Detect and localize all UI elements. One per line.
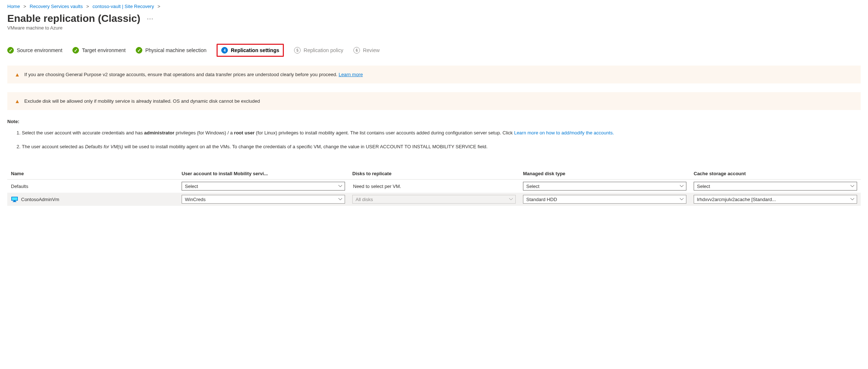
chevron-down-icon xyxy=(850,184,855,188)
step-replication-policy[interactable]: 5 Replication policy xyxy=(294,47,343,54)
alert-text: Exclude disk will be allowed only if mob… xyxy=(24,98,260,104)
chevron-down-icon xyxy=(679,197,684,201)
step-label: Review xyxy=(363,47,380,53)
step-replication-settings[interactable]: 4 Replication settings xyxy=(221,47,279,54)
step-source-environment[interactable]: ✓ Source environment xyxy=(7,47,62,54)
note-text: (for Linux) privileges to install mobili… xyxy=(254,130,514,136)
chevron-down-icon xyxy=(338,197,342,201)
note-text: The user account selected as xyxy=(22,144,85,149)
page-title: Enable replication (Classic) xyxy=(7,13,140,24)
note-item-1: Select the user account with accurate cr… xyxy=(22,129,861,137)
col-user-account[interactable]: User account to install Mobility servi..… xyxy=(178,168,349,180)
page-subtitle: VMware machine to Azure xyxy=(7,25,861,31)
chevron-down-icon xyxy=(850,197,855,201)
table-row-vm: ContosoAdminVm WinCreds All disks Standa… xyxy=(7,193,861,206)
disks-static-text: Need to select per VM. xyxy=(352,182,516,191)
dropdown-value: All disks xyxy=(356,197,373,202)
alert-storage-pricing: ▲ If you are choosing General Purpose v2… xyxy=(7,66,861,83)
cache-storage-select[interactable]: Select xyxy=(694,182,857,191)
check-icon: ✓ xyxy=(136,47,142,54)
note-bold: administrator xyxy=(144,130,174,136)
learn-more-link[interactable]: Learn more xyxy=(338,72,362,77)
breadcrumb-link[interactable]: Recovery Services vaults xyxy=(30,4,83,9)
step-physical-machine-selection[interactable]: ✓ Physical machine selection xyxy=(136,47,206,54)
step-target-environment[interactable]: ✓ Target environment xyxy=(72,47,126,54)
dropdown-value: WinCreds xyxy=(185,197,206,202)
warning-icon: ▲ xyxy=(15,71,20,78)
row-name: ContosoAdminVm xyxy=(21,197,59,202)
breadcrumb-sep: > xyxy=(158,4,160,9)
alert-exclude-disk: ▲ Exclude disk will be allowed only if m… xyxy=(7,92,861,110)
step-review[interactable]: 6 Review xyxy=(353,47,380,54)
disks-select-disabled: All disks xyxy=(352,195,516,204)
breadcrumb-sep: > xyxy=(86,4,89,9)
note-text: Select the user account with accurate cr… xyxy=(22,130,144,136)
note-item-2: The user account selected as Defaults fo… xyxy=(22,143,861,150)
step-label: Source environment xyxy=(17,47,62,53)
svg-rect-1 xyxy=(12,197,17,200)
disk-type-select[interactable]: Standard HDD xyxy=(523,195,686,204)
dropdown-value: Select xyxy=(185,184,198,189)
step-number-icon: 4 xyxy=(221,47,228,54)
chevron-down-icon xyxy=(338,184,342,188)
step-highlight-box: 4 Replication settings xyxy=(217,44,284,57)
breadcrumb-link[interactable]: Home xyxy=(7,4,20,9)
disk-type-select[interactable]: Select xyxy=(523,182,686,191)
check-icon: ✓ xyxy=(7,47,14,54)
col-name[interactable]: Name xyxy=(7,168,178,180)
check-icon: ✓ xyxy=(72,47,79,54)
note-heading: Note: xyxy=(7,119,861,124)
step-number-icon: 6 xyxy=(353,47,360,54)
breadcrumb: Home > Recovery Services vaults > contos… xyxy=(7,0,861,11)
breadcrumb-link[interactable]: contoso-vault | Site Recovery xyxy=(92,4,154,9)
col-disks[interactable]: Disks to replicate xyxy=(349,168,519,180)
notes-list: Select the user account with accurate cr… xyxy=(7,129,861,150)
dropdown-value: lrhdxvv2arcmjulv2acache [Standard... xyxy=(697,197,776,202)
col-cache-storage[interactable]: Cache storage account xyxy=(690,168,861,180)
breadcrumb-sep: > xyxy=(23,4,26,9)
step-label: Target environment xyxy=(82,47,126,53)
vm-table: Name User account to install Mobility se… xyxy=(7,168,861,206)
col-disk-type[interactable]: Managed disk type xyxy=(519,168,690,180)
more-icon[interactable]: ··· xyxy=(147,15,154,23)
step-label: Physical machine selection xyxy=(145,47,206,53)
vm-icon xyxy=(11,196,18,202)
step-number-icon: 5 xyxy=(294,47,301,54)
note-bold: root user xyxy=(234,130,254,136)
user-account-select[interactable]: WinCreds xyxy=(182,195,345,204)
chevron-down-icon xyxy=(509,197,513,201)
chevron-down-icon xyxy=(679,184,684,188)
learn-more-accounts-link[interactable]: Learn more on how to add/modify the acco… xyxy=(514,130,614,136)
note-text: privileges (for Windows) / a xyxy=(174,130,234,136)
warning-icon: ▲ xyxy=(15,98,20,104)
wizard-steps: ✓ Source environment ✓ Target environmen… xyxy=(7,42,861,66)
alert-text: If you are choosing General Purpose v2 s… xyxy=(24,72,363,77)
dropdown-value: Select xyxy=(526,184,539,189)
svg-rect-3 xyxy=(13,201,16,202)
svg-rect-2 xyxy=(13,201,16,201)
note-text: will be used to install mobility agent o… xyxy=(123,144,487,149)
note-italic: Defaults for VM(s) xyxy=(85,144,123,149)
row-name: Defaults xyxy=(11,184,28,189)
dropdown-value: Standard HDD xyxy=(526,197,557,202)
dropdown-value: Select xyxy=(697,184,710,189)
table-row-defaults: Defaults Select Need to select per VM. S… xyxy=(7,180,861,193)
user-account-select[interactable]: Select xyxy=(182,182,345,191)
alert-text-body: If you are choosing General Purpose v2 s… xyxy=(24,72,339,77)
step-label: Replication policy xyxy=(304,47,343,53)
cache-storage-select[interactable]: lrhdxvv2arcmjulv2acache [Standard... xyxy=(694,195,857,204)
step-label: Replication settings xyxy=(231,47,279,53)
